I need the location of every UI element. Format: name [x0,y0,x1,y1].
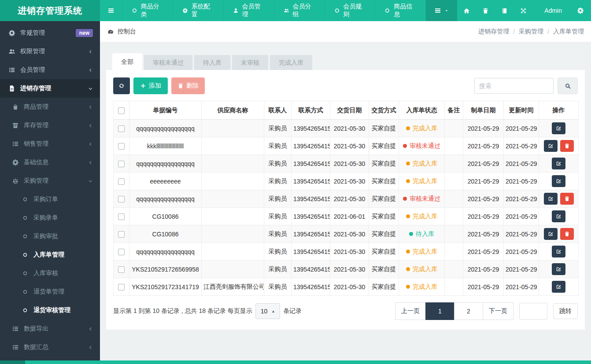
sidebar-item-return-order-management[interactable]: 退货单管理 [0,283,100,301]
sidebar-item-member-management[interactable]: 会员管理 [0,61,100,79]
pager-buttons: 上一页12下一页 [395,302,513,320]
settings-cogs-button[interactable] [570,0,591,21]
cell-contact: 采购员 [264,190,292,208]
row-checkbox[interactable] [118,143,125,150]
delete-row-button[interactable] [560,193,574,205]
tab-audit-rejected[interactable]: 审核未通过 [144,55,192,70]
chevron-left-icon [88,345,93,350]
nav-item-member-group[interactable]: 会员分组 [274,0,325,21]
bottom-scrollbar[interactable] [0,360,591,364]
chevron-left-icon [88,68,93,73]
page-next-button[interactable]: 下一页 [483,302,513,320]
sidebar-item-inventory-management[interactable]: 进销存管理 [0,79,100,98]
status-text: 完成入库 [413,248,437,256]
row-checkbox[interactable] [118,284,125,290]
status-text: 审核未通过 [410,195,440,203]
delete-button[interactable]: 删除 [171,77,205,94]
edit-row-button[interactable] [552,281,565,293]
select-all-checkbox[interactable] [118,107,125,114]
row-checkbox[interactable] [118,249,125,255]
pagination-info-prefix: 显示第 1 到第 10 条记录 , 总共 18 条记录 每页显示 [113,307,252,315]
sidebar-collapse-toggle[interactable] [100,0,122,21]
page-number-button[interactable]: 1 [425,302,454,320]
nav-item-system-config[interactable]: 系统配置 [173,0,224,21]
row-checkbox[interactable] [118,196,125,202]
page-number-button[interactable]: 2 [454,302,483,320]
table-row: qqqqqqqqqqqqqqqqq采购员139542654152021-05-3… [114,155,579,173]
edit-row-button[interactable] [552,246,565,257]
tab-unaudited[interactable]: 未审核 [232,55,268,70]
cell-delivery-date: 2021-05-30 [330,243,369,261]
delete-row-button[interactable] [560,228,574,240]
navbar-dropdown-toggle[interactable] [426,0,457,21]
sidebar-item-general-management[interactable]: 常规管理new [0,24,100,42]
page-jump-input[interactable] [519,303,547,320]
sidebar-item-permission-management[interactable]: 权限管理 [0,42,100,61]
status-text: 完成入库 [413,283,437,291]
row-checkbox[interactable] [118,266,125,273]
sidebar-item-label: 库存管理 [24,121,48,129]
refresh-button[interactable] [113,77,130,94]
sidebar-item-purchase-management[interactable]: 采购管理 [0,172,100,190]
cell-status: 完成入库 [399,278,445,296]
edit-row-button[interactable] [552,263,565,275]
sidebar-item-purchase-approval[interactable]: 采购审批 [0,227,100,246]
sidebar-item-purchase-order[interactable]: 采购订单 [0,190,100,209]
tab-inbound-finished[interactable]: 完成入库 [270,55,312,70]
delete-row-button[interactable] [560,140,574,152]
page-prev-button[interactable]: 上一页 [395,302,426,320]
cell-created: 2021-05-29 [463,190,504,208]
expand-button[interactable] [514,0,533,21]
row-checkbox[interactable] [118,178,125,185]
nav-item-product-category[interactable]: 商品分类 [122,0,173,21]
sidebar-item-data-summary[interactable]: 数据汇总 [0,338,100,357]
breadcrumb-item[interactable]: 入库单管理 [553,28,584,36]
edit-row-button[interactable] [544,193,558,205]
row-checkbox[interactable] [118,231,125,238]
page-size-select[interactable]: 10 ▲ [255,303,281,319]
nav-item-product-info[interactable]: 商品信息 [375,0,426,21]
edit-row-button[interactable] [552,122,565,134]
sidebar-item-data-export[interactable]: 数据导出 [0,320,100,338]
nav-item-member-rules[interactable]: 会员规则 [325,0,376,21]
row-checkbox[interactable] [118,125,125,132]
row-checkbox[interactable] [118,213,125,220]
sidebar-item-label: 数据汇总 [24,343,48,351]
tab-pending-inbound[interactable]: 待入库 [194,55,230,70]
row-checkbox[interactable] [118,161,125,167]
edit-row-button[interactable] [552,210,565,222]
sidebar-item-inbound-order-management[interactable]: 入库单管理 [0,246,100,264]
sidebar-item-inbound-audit[interactable]: 入库审核 [0,264,100,283]
log-button[interactable] [495,0,514,21]
list-icon [8,66,15,74]
breadcrumb-item[interactable]: 采购管理 [519,28,543,36]
nav-item-member-management[interactable]: 会员管理 [224,0,274,21]
page-jump-button[interactable]: 跳转 [553,303,578,319]
column-header: 更新时间 [504,101,539,120]
sidebar-item-product-management[interactable]: 商品管理 [0,98,100,116]
sidebar-item-purchase-entry[interactable]: 采购录单 [0,209,100,227]
edit-row-button[interactable] [552,158,565,169]
console-link[interactable]: 控制台 [107,28,136,36]
cell-created: 2021-05-29 [463,278,504,296]
sidebar-item-basic-info[interactable]: 基础信息 [0,153,100,172]
trash-button[interactable] [476,0,495,21]
sidebar-item-label: 数据导出 [24,325,48,333]
edit-row-button[interactable] [544,140,558,152]
admin-user-menu[interactable]: Admin [533,0,570,21]
search-button[interactable] [558,77,578,94]
sidebar-item-stock-management[interactable]: 库存管理 [0,116,100,135]
edit-row-button[interactable] [552,175,565,187]
tab-all[interactable]: 全部 [112,53,142,70]
sidebar-item-sales-management[interactable]: 销售管理 [0,135,100,153]
home-button[interactable] [457,0,476,21]
sidebar-item-return-audit-management[interactable]: 退货审核管理 [0,301,100,320]
home-icon [463,7,470,14]
cell-updated: 2021-05-29 [504,208,539,225]
add-button[interactable]: 添加 [133,77,168,94]
bottom-scrollbar-thumb[interactable] [0,360,25,364]
breadcrumb-item[interactable]: 进销存管理 [478,28,509,36]
edit-row-button[interactable] [544,228,558,240]
search-input[interactable] [474,78,554,94]
chevron-left-icon [88,345,93,350]
